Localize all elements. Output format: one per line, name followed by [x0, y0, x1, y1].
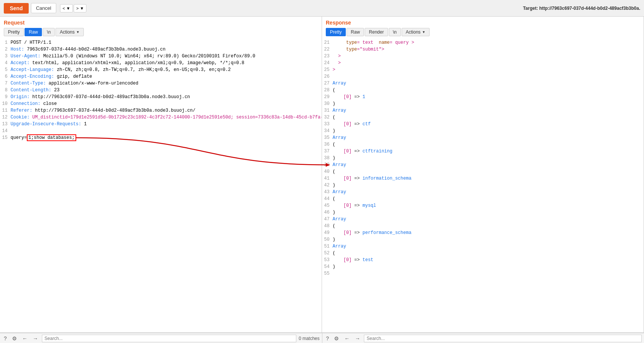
table-row: 42): [322, 182, 644, 189]
tab-raw-req[interactable]: Raw: [25, 28, 42, 36]
table-row: 24 >: [322, 60, 644, 66]
arrow-symbol: =>: [351, 257, 362, 263]
header-value: close: [40, 101, 57, 106]
line-number: 9: [0, 94, 11, 100]
line-content: type= text name= query >: [333, 39, 644, 46]
line-number: 48: [322, 223, 333, 229]
forward-search-res[interactable]: →: [353, 335, 362, 342]
target-info: Target: http://7963c697-037d-444d-b0d2-4…: [523, 6, 640, 11]
line-number: 4: [0, 60, 11, 66]
response-content[interactable]: 21 type= text name= query >22 type="subm…: [322, 38, 644, 332]
table-row: 21 type= text name= query >: [322, 39, 644, 46]
cancel-button[interactable]: Cancel: [31, 3, 56, 13]
tab-render-res[interactable]: Render: [365, 28, 388, 36]
tab-actions-req[interactable]: Actions: [55, 28, 83, 36]
table-row: 49 [0] => performance_schema: [322, 229, 644, 236]
query-highlight[interactable]: 1;show databases;: [27, 134, 76, 141]
header-name: Content-Length:: [11, 88, 51, 93]
line-number: 24: [322, 60, 333, 66]
forward-search-req[interactable]: →: [31, 335, 40, 342]
request-content[interactable]: 1POST / HTTP/1.12Host: 7963c697-037d-444…: [0, 38, 322, 332]
table-row: 2Host: 7963c697-037d-444d-b0d2-489acf3b3…: [0, 46, 322, 53]
line-number: 26: [322, 73, 333, 80]
request-header: Request Pretty Raw \n Actions: [0, 17, 322, 38]
table-row: 30): [322, 100, 644, 107]
tab-pretty-req[interactable]: Pretty: [4, 28, 24, 36]
array-label: Array: [333, 162, 346, 168]
response-tabs: Pretty Raw Render \n Actions: [326, 28, 640, 36]
header-value: http://7963c697-037d-444d-b0d2-489acf3b3…: [29, 94, 190, 100]
nav-back-button[interactable]: < ▼: [60, 4, 73, 12]
line-content: [0] => ctftraining: [333, 148, 644, 155]
line-number: 47: [322, 216, 333, 223]
line-content: Cookie: UM_distinctid=179d1e2591d5d-0b17…: [11, 114, 322, 121]
line-number: 33: [322, 121, 333, 128]
array-key: [0]: [344, 203, 352, 208]
help-icon-res[interactable]: ?: [325, 335, 331, 342]
tab-pretty-res[interactable]: Pretty: [326, 28, 346, 36]
table-row: 12Cookie: UM_distinctid=179d1e2591d5d-0b…: [0, 114, 322, 121]
line-number: 39: [322, 162, 333, 168]
line-content: Host: 7963c697-037d-444d-b0d2-489acf3b3b…: [11, 46, 322, 53]
request-search-bar: ? ⚙ ← → 0 matches: [0, 333, 322, 343]
arrow-symbol: =>: [351, 94, 362, 100]
table-row: 11Referer: http://7963c697-037d-444d-b0d…: [0, 107, 322, 114]
line-content: (: [333, 223, 644, 229]
line-number: 22: [322, 46, 333, 53]
tab-newline-res[interactable]: \n: [389, 28, 401, 36]
settings-icon-req[interactable]: ⚙: [11, 335, 18, 342]
line-content: query=1;show databases;: [11, 134, 322, 141]
line-content: ): [333, 100, 644, 107]
line-content: Upgrade-Insecure-Requests: 1: [11, 121, 322, 128]
arrow-symbol: =>: [351, 230, 362, 235]
settings-icon-res[interactable]: ⚙: [333, 335, 340, 342]
line-content: ): [333, 209, 644, 216]
table-row: 34): [322, 128, 644, 134]
nav-forward-button[interactable]: > ▼: [74, 4, 86, 12]
back-search-res[interactable]: ←: [343, 335, 351, 342]
line-number: 1: [0, 39, 11, 46]
line-number: 29: [322, 94, 333, 100]
header-name: User-Agent:: [11, 54, 40, 59]
header-name: Accept-Language:: [11, 67, 54, 72]
header-value: zh-CN, zh;q=0.8, zh-TW;q=0.7, zh-HK;q=0.…: [54, 67, 231, 72]
header-value: gzip, deflate: [54, 74, 92, 79]
table-row: 8Content-Length: 23: [0, 87, 322, 94]
array-label: Array: [333, 108, 346, 113]
table-row: 43Array: [322, 189, 644, 195]
line-number: 37: [322, 148, 333, 155]
table-row: 31Array: [322, 107, 644, 114]
array-label: Array: [333, 189, 346, 195]
back-search-req[interactable]: ←: [21, 335, 29, 342]
line-number: 49: [322, 229, 333, 236]
table-row: 44(: [322, 195, 644, 202]
line-content: Referer: http://7963c697-037d-444d-b0d2-…: [11, 107, 322, 114]
line-content: [333, 270, 644, 277]
arrow-symbol: =>: [351, 149, 362, 154]
line-number: 31: [322, 107, 333, 114]
cookie-label: Cookie:: [11, 115, 29, 120]
line-number: 6: [0, 73, 11, 80]
line-content: (: [333, 114, 644, 121]
search-input-res[interactable]: [364, 335, 642, 342]
help-icon-req[interactable]: ?: [2, 335, 8, 342]
line-content: Accept-Language: zh-CN, zh;q=0.8, zh-TW;…: [11, 66, 322, 73]
send-button[interactable]: Send: [4, 3, 29, 14]
toolbar: Send Cancel < ▼ > ▼ Target: http://7963c…: [0, 0, 644, 17]
request-title: Request: [4, 20, 318, 26]
line-number: 13: [0, 121, 11, 128]
tab-newline-req[interactable]: \n: [43, 28, 55, 36]
line-number: 14: [0, 128, 11, 134]
line-content: [0] => 1: [333, 94, 644, 100]
line-number: 51: [322, 243, 333, 250]
table-row: 22 type="submit">: [322, 46, 644, 53]
search-input-req[interactable]: [42, 335, 296, 342]
table-row: 38): [322, 155, 644, 162]
line-number: 50: [322, 236, 333, 243]
line-number: 46: [322, 209, 333, 216]
table-row: 52(: [322, 250, 644, 257]
header-value: application/x-www-form-urlencoded: [46, 81, 139, 86]
tab-actions-res[interactable]: Actions: [402, 28, 430, 36]
tab-raw-res[interactable]: Raw: [347, 28, 364, 36]
array-value: test: [362, 257, 373, 263]
